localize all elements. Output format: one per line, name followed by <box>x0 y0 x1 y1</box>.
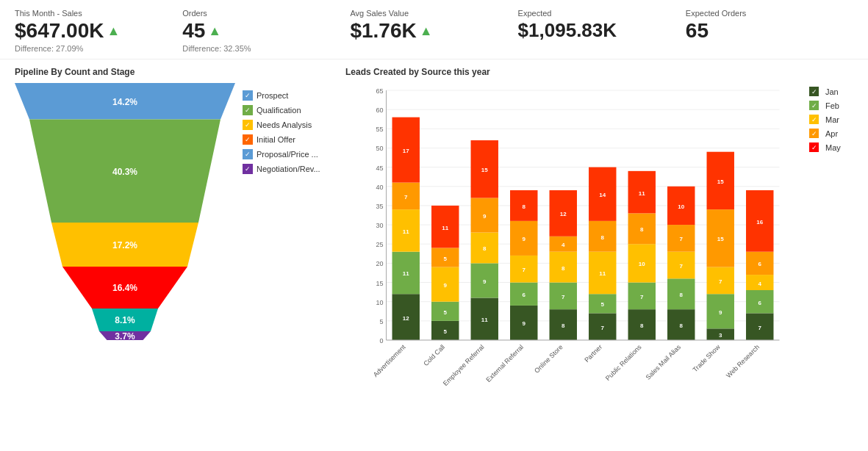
svg-text:5: 5 <box>444 256 448 262</box>
svg-text:8: 8 <box>680 322 684 329</box>
top-metrics: This Month - Sales $647.00K ▲ Difference… <box>0 0 868 59</box>
svg-text:30: 30 <box>376 222 383 229</box>
funnel-chart: Pipeline By Count and Stage 14.2%40.3%17… <box>15 67 331 434</box>
svg-text:10: 10 <box>678 203 684 210</box>
svg-text:9: 9 <box>483 278 487 285</box>
svg-text:8: 8 <box>562 265 565 272</box>
svg-text:55: 55 <box>376 126 383 133</box>
svg-text:15: 15 <box>376 280 383 287</box>
bar-legend-item: ✓Jan <box>809 87 853 96</box>
svg-text:8: 8 <box>523 203 526 210</box>
svg-text:25: 25 <box>376 241 383 248</box>
metric-expected-orders: Expected Orders 65 <box>686 9 853 53</box>
funnel-title: Pipeline By Count and Stage <box>15 67 331 77</box>
metric-orders-label: Orders <box>182 9 335 18</box>
svg-text:Sales Mail Alias: Sales Mail Alias <box>645 343 683 381</box>
metric-orders: Orders 45 ▲ Difference: 32.35% <box>182 9 350 53</box>
svg-text:6: 6 <box>523 292 526 298</box>
svg-text:8: 8 <box>640 226 644 233</box>
svg-text:5: 5 <box>444 328 448 335</box>
svg-text:7: 7 <box>758 325 762 331</box>
metric-avg-label: Avg Sales Value <box>350 9 503 18</box>
svg-text:11: 11 <box>599 270 606 277</box>
svg-text:35: 35 <box>376 203 383 210</box>
svg-text:9: 9 <box>523 320 526 327</box>
svg-text:8: 8 <box>680 292 684 298</box>
svg-text:Employee Referral: Employee Referral <box>442 343 486 387</box>
svg-text:50: 50 <box>376 145 383 152</box>
svg-text:7: 7 <box>719 278 722 285</box>
svg-text:Trade Show: Trade Show <box>692 343 722 374</box>
svg-text:9: 9 <box>444 282 448 289</box>
metric-avg-value: $1.76K ▲ <box>350 19 503 43</box>
svg-text:11: 11 <box>403 228 409 235</box>
svg-text:16: 16 <box>756 219 763 226</box>
orders-arrow-icon: ▲ <box>208 24 221 39</box>
metric-sales-diff: Difference: 27.09% <box>15 44 168 53</box>
funnel-legend-item: ✓Qualification <box>243 105 331 115</box>
metric-orders-value: 45 ▲ <box>182 19 335 43</box>
funnel-legend-item: ✓Initial Offer <box>243 134 331 145</box>
svg-text:External Referral: External Referral <box>484 343 525 383</box>
metric-expected-value: $1,095.83K <box>518 19 671 42</box>
svg-text:20: 20 <box>376 260 383 267</box>
svg-text:7: 7 <box>404 194 408 201</box>
metric-avg-sales: Avg Sales Value $1.76K ▲ <box>350 9 517 53</box>
bar-legend-item: ✓May <box>809 142 853 152</box>
svg-text:6: 6 <box>758 261 762 267</box>
svg-text:45: 45 <box>376 165 383 172</box>
svg-text:60: 60 <box>376 107 383 114</box>
svg-text:14.2%: 14.2% <box>112 97 137 107</box>
svg-text:8: 8 <box>562 322 565 329</box>
svg-text:7: 7 <box>640 294 644 300</box>
svg-text:Advertisement: Advertisement <box>372 343 407 378</box>
svg-text:12: 12 <box>403 315 409 322</box>
metric-expected-label: Expected <box>518 9 671 18</box>
funnel-legend-item: ✓Prospect <box>243 90 331 101</box>
svg-text:7: 7 <box>680 263 684 270</box>
svg-text:9: 9 <box>483 213 487 220</box>
funnel-legend-item: ✓Needs Analysis <box>243 120 331 130</box>
svg-text:Cold Call: Cold Call <box>422 343 446 367</box>
svg-text:5: 5 <box>379 318 383 325</box>
svg-text:11: 11 <box>442 225 448 231</box>
svg-text:5: 5 <box>601 301 605 308</box>
metric-sales: This Month - Sales $647.00K ▲ Difference… <box>15 9 182 53</box>
svg-text:16.4%: 16.4% <box>112 283 137 293</box>
svg-text:7: 7 <box>523 267 526 273</box>
svg-text:11: 11 <box>481 317 488 323</box>
metric-sales-label: This Month - Sales <box>15 9 168 18</box>
svg-text:4: 4 <box>758 281 762 287</box>
svg-text:8: 8 <box>601 234 605 241</box>
bar-legend-item: ✓Feb <box>809 101 853 110</box>
svg-text:8: 8 <box>640 322 644 329</box>
sales-arrow-icon: ▲ <box>107 24 120 39</box>
svg-text:0: 0 <box>379 337 383 344</box>
svg-text:40: 40 <box>376 184 383 191</box>
svg-text:15: 15 <box>481 167 488 173</box>
funnel-legend-item: ✓Negotiation/Rev... <box>243 164 331 174</box>
svg-text:8: 8 <box>483 245 487 252</box>
svg-text:9: 9 <box>719 309 722 316</box>
svg-text:Public Relations: Public Relations <box>604 343 643 382</box>
svg-text:10: 10 <box>639 261 645 267</box>
bar-legend-item: ✓Apr <box>809 129 853 138</box>
svg-text:7: 7 <box>601 325 605 331</box>
svg-text:8.1%: 8.1% <box>115 315 135 325</box>
avg-arrow-icon: ▲ <box>420 24 433 39</box>
svg-text:3.7%: 3.7% <box>115 331 135 342</box>
svg-text:5: 5 <box>444 309 448 316</box>
svg-text:9: 9 <box>523 236 526 242</box>
svg-text:10: 10 <box>376 299 383 306</box>
metric-expected: Expected $1,095.83K <box>518 9 686 53</box>
svg-text:17: 17 <box>403 148 409 154</box>
svg-text:6: 6 <box>758 300 762 306</box>
svg-text:4: 4 <box>562 242 565 248</box>
metric-orders-diff: Difference: 32.35% <box>182 44 335 53</box>
svg-text:Online Store: Online Store <box>533 343 564 374</box>
metric-sales-value: $647.00K ▲ <box>15 19 168 43</box>
svg-text:11: 11 <box>403 270 409 277</box>
svg-text:14: 14 <box>599 192 606 198</box>
svg-text:17.2%: 17.2% <box>112 240 137 250</box>
bar-chart: Leads Created by Source this year 051015… <box>345 67 853 434</box>
